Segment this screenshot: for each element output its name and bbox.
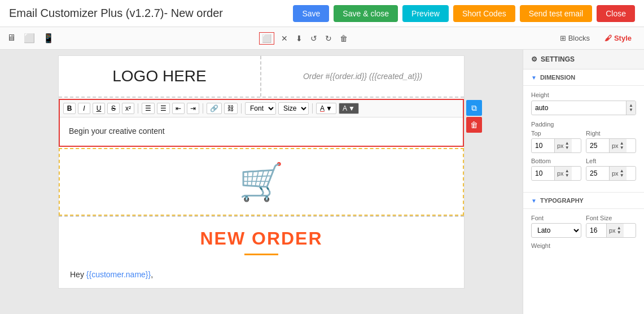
padding-bottom-stepper: ▲ ▼ (565, 169, 569, 178)
download-icon[interactable]: ⬇ (295, 33, 304, 44)
editor-action-copy[interactable]: ⧉ (466, 100, 482, 116)
font-selector[interactable]: Font (245, 102, 276, 115)
font-size-input[interactable] (586, 224, 606, 237)
editor-actions: ⧉ 🗑 (466, 100, 482, 133)
padding-top-unit: px ▲ ▼ (554, 139, 572, 152)
font-color-a-icon: A (320, 104, 325, 112)
font-size-unit: px ▲ ▼ (606, 224, 624, 237)
padding-right-input[interactable] (586, 139, 609, 152)
underline-button[interactable]: U (93, 103, 105, 114)
weight-field-row: Weight (531, 242, 636, 249)
unordered-list-button[interactable]: ☰ (157, 103, 170, 114)
height-input[interactable] (532, 102, 626, 114)
padding-right-wrap: px ▲ ▼ (586, 138, 636, 153)
canvas-tools: ⬜ ✕ ⬇ ↺ ↻ 🗑 (259, 32, 349, 45)
font-size-stepper: ▲ ▼ (617, 226, 621, 235)
toolbar-separator-2 (203, 103, 203, 114)
move-tool-icon[interactable]: ✕ (280, 33, 289, 44)
height-stepper: ▲ ▼ (626, 101, 636, 115)
padding-top-wrap: px ▲ ▼ (531, 138, 581, 153)
new-order-underline (244, 254, 278, 255)
font-color-button[interactable]: A ▼ (316, 103, 336, 114)
padding-top-input[interactable] (532, 139, 554, 152)
undo-icon[interactable]: ↺ (309, 33, 318, 44)
device-icons: 🖥 ⬜ 📱 (7, 33, 54, 43)
blocks-tab[interactable]: ⊞ Blocks (554, 32, 595, 45)
style-tab[interactable]: 🖌 Style (599, 32, 637, 45)
padding-top-label: Top (531, 130, 581, 137)
font-select[interactable]: Lato (531, 223, 581, 238)
dimension-settings-body: Height ▲ ▼ Padding Top (523, 86, 644, 193)
link-button[interactable]: 🔗 (207, 103, 222, 114)
short-codes-button[interactable]: Short Codes (453, 5, 515, 22)
indent-right-button[interactable]: ⇥ (187, 103, 199, 114)
select-tool-icon[interactable]: ⬜ (259, 32, 274, 45)
cart-icon: 🛒 (239, 161, 284, 203)
padding-bottom-decrement[interactable]: ▼ (565, 173, 569, 178)
superscript-button[interactable]: x² (122, 103, 134, 114)
padding-left-item: Left px ▲ ▼ (586, 158, 636, 181)
padding-right-unit: px ▲ ▼ (609, 139, 627, 152)
device-toolbar: 🖥 ⬜ 📱 ⬜ ✕ ⬇ ↺ ↻ 🗑 ⊞ Blocks 🖌 Style (0, 27, 644, 50)
padding-top-decrement[interactable]: ▼ (565, 146, 569, 150)
delete-icon[interactable]: 🗑 (339, 33, 349, 44)
bold-button[interactable]: B (63, 103, 76, 114)
bg-color-button[interactable]: A ▼ (339, 103, 359, 114)
padding-top-item: Top px ▲ ▼ (531, 130, 581, 153)
app-header: Email Customizer Plus (v1.2.7)- New orde… (0, 0, 644, 27)
editor-content[interactable]: Begin your creative content (60, 117, 463, 146)
font-size-item: Font Size px ▲ ▼ (586, 215, 636, 238)
typography-section-header[interactable]: ▼ TYPOGRAPHY (523, 193, 644, 209)
font-size-decrement[interactable]: ▼ (617, 230, 621, 235)
padding-right-decrement[interactable]: ▼ (620, 146, 624, 150)
new-order-section: NEW ORDER (59, 216, 464, 261)
bg-color-a-icon: A (343, 104, 347, 112)
style-brush-icon: 🖌 (604, 34, 612, 42)
font-row: Font Lato Font Size px ▲ ▼ (531, 215, 636, 238)
toolbar-separator-1 (138, 103, 138, 114)
hey-text: Hey (70, 270, 86, 279)
text-editor-section[interactable]: B I U S x² ☰ ☰ ⇤ ⇥ 🔗 ⛓ Font (59, 99, 464, 147)
editor-toolbar: B I U S x² ☰ ☰ ⇤ ⇥ 🔗 ⛓ Font (60, 100, 463, 117)
font-size-label: Font Size (586, 215, 636, 221)
padding-bottom-item: Bottom px ▲ ▼ (531, 158, 581, 181)
header-buttons: Save Save & close Preview Short Codes Se… (293, 5, 635, 22)
new-order-title: NEW ORDER (70, 228, 453, 249)
order-info-cell: Order #{{order.id}} ({{created_at}}) (261, 56, 464, 97)
mobile-icon[interactable]: 📱 (43, 33, 54, 43)
editor-action-delete[interactable]: 🗑 (466, 117, 482, 133)
padding-left-input[interactable] (586, 167, 609, 180)
redo-icon[interactable]: ↻ (324, 33, 333, 44)
preview-button[interactable]: Preview (402, 5, 449, 22)
desktop-icon[interactable]: 🖥 (7, 33, 16, 43)
padding-bottom-input[interactable] (532, 167, 554, 180)
padding-left-wrap: px ▲ ▼ (586, 166, 636, 181)
padding-left-label: Left (586, 158, 636, 164)
email-canvas: LOGO HERE Order #{{order.id}} ({{created… (0, 50, 523, 314)
height-decrement[interactable]: ▼ (629, 108, 633, 112)
save-close-button[interactable]: Save & close (334, 5, 398, 22)
email-top-row: LOGO HERE Order #{{order.id}} ({{created… (59, 56, 464, 98)
dimension-section-header[interactable]: ▼ DIMENSION (523, 69, 644, 86)
ordered-list-button[interactable]: ☰ (142, 103, 155, 114)
size-selector[interactable]: Size (278, 102, 309, 115)
height-label: Height (531, 91, 636, 98)
send-test-button[interactable]: Send test email (520, 5, 593, 22)
padding-left-decrement[interactable]: ▼ (620, 173, 624, 178)
strikethrough-button[interactable]: S (107, 103, 120, 114)
padding-label: Padding (531, 121, 636, 128)
typography-chevron-icon: ▼ (531, 198, 537, 204)
settings-gear-icon: ⚙ (531, 55, 537, 63)
save-button[interactable]: Save (293, 5, 329, 22)
toolbar-separator-3 (241, 103, 242, 114)
tablet-icon[interactable]: ⬜ (24, 33, 35, 43)
app-title: Email Customizer Plus (v1.2.7)- New orde… (9, 7, 223, 20)
close-button[interactable]: Close (597, 5, 635, 22)
unlink-button[interactable]: ⛓ (224, 103, 238, 114)
italic-button[interactable]: I (78, 103, 90, 114)
customer-name-template: {{customer.name}} (86, 270, 151, 279)
panel-tabs: ⊞ Blocks 🖌 Style (554, 32, 637, 45)
indent-left-button[interactable]: ⇤ (172, 103, 185, 114)
padding-left-unit: px ▲ ▼ (609, 167, 627, 180)
toolbar-separator-4 (312, 103, 313, 114)
